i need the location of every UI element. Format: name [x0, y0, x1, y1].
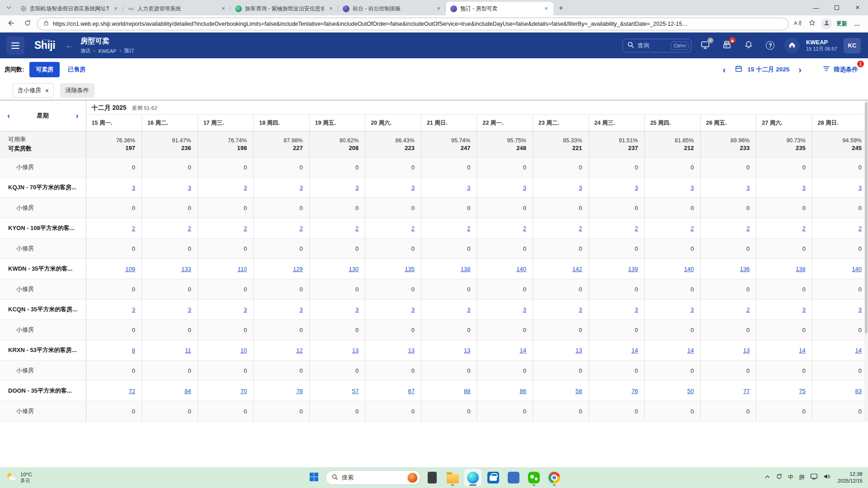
availability-link[interactable]: 13 — [352, 347, 359, 354]
availability-link[interactable]: 2 — [132, 225, 135, 232]
favorite-button[interactable] — [806, 18, 818, 30]
refresh-button[interactable] — [21, 17, 34, 31]
availability-link[interactable]: 77 — [743, 388, 750, 394]
tab-close-icon[interactable]: × — [327, 5, 335, 12]
availability-link[interactable]: 3 — [300, 184, 303, 191]
availability-link[interactable]: 2 — [188, 225, 191, 232]
scrollbar-thumb[interactable] — [865, 102, 868, 333]
new-tab-button[interactable]: + — [555, 2, 567, 14]
availability-link[interactable]: 2 — [635, 225, 638, 232]
maximize-button[interactable] — [826, 0, 847, 15]
availability-link[interactable]: 13 — [743, 347, 750, 354]
availability-link[interactable]: 3 — [523, 184, 526, 191]
tab-close-icon[interactable]: × — [542, 5, 550, 12]
availability-link[interactable]: 3 — [411, 184, 415, 191]
availability-link[interactable]: 2 — [300, 225, 303, 232]
breadcrumb-hotel[interactable]: 酒店 — [80, 47, 90, 54]
availability-link[interactable]: 13 — [464, 347, 470, 354]
availability-link[interactable]: 3 — [802, 184, 806, 191]
address-bar[interactable]: https://cn1.web.ep.shiji.world/reports/a… — [37, 18, 788, 30]
availability-link[interactable]: 2 — [690, 225, 693, 232]
profile-button[interactable] — [820, 18, 833, 30]
next-day-button[interactable]: › — [794, 65, 806, 75]
date-picker[interactable]: 15 十二月 2025 — [747, 66, 789, 74]
availability-link[interactable]: 3 — [467, 184, 470, 191]
availability-link[interactable]: 50 — [687, 388, 693, 394]
folder-app-button[interactable] — [444, 469, 461, 486]
availability-link[interactable]: 76 — [632, 388, 638, 394]
page-back-button[interactable]: ← — [65, 41, 73, 50]
availability-link[interactable]: 14 — [799, 347, 805, 354]
back-button[interactable] — [5, 17, 18, 31]
user-avatar[interactable]: KC — [844, 38, 861, 53]
availability-link[interactable]: 139 — [628, 266, 638, 272]
availability-link[interactable]: 3 — [244, 184, 247, 191]
availability-link[interactable]: 57 — [352, 388, 359, 394]
property-block[interactable]: KWEAP 15 12月 06:57 — [806, 39, 837, 52]
previous-week-button[interactable]: ‹ — [7, 111, 10, 121]
availability-link[interactable]: 133 — [181, 266, 191, 272]
availability-link[interactable]: 2 — [579, 225, 582, 232]
availability-link[interactable]: 3 — [579, 184, 582, 191]
availability-link[interactable]: 13 — [408, 347, 414, 354]
breadcrumb-property[interactable]: KWEAP — [98, 48, 116, 54]
taskbar-clock[interactable]: 12:38 2025/12/15 — [838, 471, 863, 484]
more-menu-button[interactable]: … — [851, 18, 863, 30]
availability-link[interactable]: 110 — [237, 266, 247, 272]
availability-link[interactable]: 3 — [746, 184, 750, 191]
availability-link[interactable]: 3 — [244, 306, 247, 313]
browser-tab[interactable]: Shiji人力资源管理系统× — [123, 2, 231, 15]
filter-conditions-button[interactable]: 筛选条件 1 — [822, 65, 858, 75]
maintenance-filter-chip[interactable]: 含小修房 × — [13, 83, 54, 98]
availability-link[interactable]: 10 — [241, 347, 247, 354]
availability-link[interactable]: 3 — [690, 184, 693, 191]
availability-link[interactable]: 72 — [129, 388, 135, 394]
browser-tab[interactable]: 贵阳机场智选假日酒店系统网址导× — [15, 2, 123, 15]
availability-link[interactable]: 3 — [635, 184, 638, 191]
availability-link[interactable]: 67 — [408, 388, 414, 394]
cashier-button[interactable] — [719, 38, 735, 53]
availability-link[interactable]: 3 — [579, 306, 582, 313]
help-button[interactable]: ? — [763, 38, 778, 53]
remove-chip-icon[interactable]: × — [45, 87, 49, 94]
tray-chevron-up-icon[interactable] — [764, 474, 770, 482]
availability-link[interactable]: 3 — [355, 306, 359, 313]
browser-tab[interactable]: 前台 - 前台控制面板× — [338, 2, 446, 15]
availability-link[interactable]: 138 — [461, 266, 471, 272]
availability-link[interactable]: 88 — [464, 388, 470, 394]
tab-close-icon[interactable]: × — [112, 5, 119, 12]
store-app-button[interactable] — [485, 469, 502, 486]
chrome-app-button[interactable] — [546, 469, 563, 486]
availability-link[interactable]: 136 — [740, 266, 750, 272]
browser-update-button[interactable]: 更新 — [835, 20, 849, 28]
weather-widget[interactable]: 10°C 多云 — [5, 472, 32, 484]
availability-link[interactable]: 3 — [802, 306, 806, 313]
availability-link[interactable]: 140 — [684, 266, 694, 272]
availability-link[interactable]: 75 — [799, 388, 805, 394]
next-week-button[interactable]: › — [76, 111, 79, 121]
availability-link[interactable]: 138 — [796, 266, 806, 272]
availability-link[interactable]: 3 — [523, 306, 526, 313]
darkapp-app-button[interactable] — [424, 469, 441, 486]
bing-daily-icon[interactable] — [407, 472, 418, 483]
availability-link[interactable]: 14 — [855, 347, 862, 354]
start-button[interactable] — [305, 469, 322, 486]
tab-close-icon[interactable]: × — [435, 5, 442, 12]
availability-link[interactable]: 2 — [467, 225, 470, 232]
availability-link[interactable]: 86 — [520, 388, 526, 394]
sold-rooms-button[interactable]: 已售房 — [65, 62, 88, 77]
ime-pinyin-indicator[interactable]: 拼 — [799, 474, 805, 481]
wechat-app-button[interactable] — [525, 469, 542, 486]
availability-link[interactable]: 3 — [859, 306, 862, 313]
availability-link[interactable]: 14 — [632, 347, 638, 354]
previous-day-button[interactable]: ‹ — [718, 65, 731, 75]
read-aloud-button[interactable]: A — [791, 18, 804, 30]
availability-link[interactable]: 135 — [405, 266, 415, 272]
availability-link[interactable]: 58 — [576, 388, 582, 394]
availability-link[interactable]: 142 — [572, 266, 582, 272]
display-icon[interactable] — [810, 473, 818, 482]
minimize-button[interactable]: — — [806, 0, 826, 15]
availability-link[interactable]: 14 — [687, 347, 693, 354]
breadcrumb-module[interactable]: 预订 — [124, 47, 134, 54]
browser-tab[interactable]: 预订 - 房型可卖× — [446, 2, 553, 15]
